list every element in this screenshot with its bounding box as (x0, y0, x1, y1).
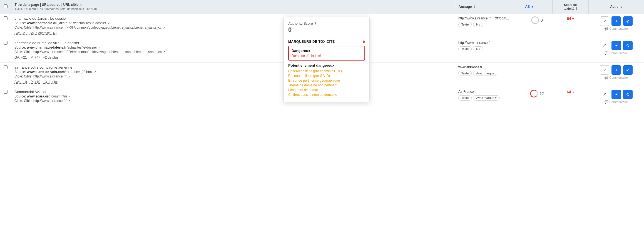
as-sort-icon[interactable]: ▼ (531, 5, 534, 8)
badge-group: TexteNu (458, 22, 518, 27)
red-dot-icon (363, 41, 365, 43)
source-link-icon[interactable]: ↗ (68, 95, 71, 98)
page-cell: Commercial Aviation Source: www.scara.or… (11, 87, 455, 107)
disallow-button[interactable]: ⊘ (623, 41, 633, 50)
as-circle-icon (530, 90, 538, 97)
select-all-checkbox[interactable] (4, 4, 8, 8)
popup-section-title: MARQUEURS DE TOXICITÉ (288, 40, 365, 44)
row-checkbox[interactable] (4, 41, 8, 45)
anchor-url: Air France (458, 90, 518, 94)
export-button[interactable]: ↗ (600, 16, 609, 26)
toxicity-info-icon[interactable]: ℹ (576, 7, 577, 10)
page-cell: pharmacie de l'Hotel de ville : Le dossi… (11, 38, 455, 62)
comment-link[interactable]: 💬 Commentaire (592, 76, 641, 79)
page-col-title: Titre de la page | URL source | URL cibl… (15, 3, 79, 7)
comment-link[interactable]: 💬 Commentaire (592, 27, 641, 31)
anchor-url: www.airfrance.fr (458, 65, 518, 69)
select-all-header (0, 0, 11, 14)
badge[interactable]: Avec marque (473, 71, 497, 76)
as-label: AS (525, 5, 530, 9)
anchor-cell: www.airfrance.fr TexteAvec marque (455, 62, 522, 87)
export-button[interactable]: ↗ (600, 65, 609, 75)
row-checkbox[interactable] (4, 16, 8, 20)
badge-group: TexteAvec marque ▾ (458, 95, 518, 101)
export-button[interactable]: ↗ (600, 90, 609, 99)
score-line1: Score de (564, 3, 577, 6)
target-link-icon[interactable]: ↗ (68, 99, 70, 102)
page-column-header: Titre de la page | URL source | URL cibl… (11, 0, 455, 14)
potential-list-item: Erreur de pertinence géographique (288, 79, 365, 82)
comment-link[interactable]: 💬 Commentaire (592, 51, 641, 55)
meta-item[interactable]: Sous-chemin: +43 (29, 31, 56, 35)
toxicity-column-header: Score de toxicité ℹ (552, 0, 588, 14)
toxicity-cell (552, 38, 588, 62)
send-button[interactable]: ✈ (611, 16, 621, 26)
potential-title: Potentiellement dangereux (288, 63, 365, 67)
source-link-icon[interactable]: ↗ (94, 71, 96, 74)
badge: Nu (473, 46, 483, 51)
anchor-cell: http://www.airfrance.fr/FR/fr/com... Tex… (455, 14, 522, 38)
page-col-subtitle: 1 301-1 400 sur 1 749 domaines (total de… (15, 7, 452, 11)
meta-item[interactable]: +3 de plus (43, 80, 59, 84)
meta-item[interactable]: GA: +10 (14, 80, 27, 84)
popup-as-value: 0 (288, 26, 365, 33)
toxicity-score[interactable]: 64 ▾ (567, 16, 574, 21)
source-url: Source: www.pharmacie-laferte.fr/actuali… (14, 46, 452, 49)
popup-as-info-icon[interactable]: ℹ (315, 22, 316, 25)
page-meta: GA: +21IP: +47+2 de plus (14, 56, 452, 59)
export-button[interactable]: ↗ (600, 41, 609, 50)
as-value: 12 (539, 91, 544, 96)
comment-link[interactable]: 💬 Commentaire (592, 100, 641, 104)
meta-item[interactable]: IP: +10 (29, 80, 40, 84)
send-button[interactable]: ✈ (611, 41, 621, 50)
badge-group: TexteNu (458, 46, 518, 51)
source-url: Source: www.pharmacie-du-jardin-63.fr/ac… (14, 21, 452, 25)
meta-item[interactable]: IP: +47 (29, 56, 40, 59)
toxicity-score[interactable]: 64 ▾ (567, 90, 574, 94)
source-url: Source: www.plans-de-vols.com/air-france… (14, 70, 452, 74)
badge[interactable]: Avec marque ▾ (473, 95, 500, 101)
popup-as-label: Authority Score ℹ (288, 21, 365, 26)
score-line2: toxicité (564, 7, 575, 10)
target-url: Cible: Cible: http://www.airfrance.fr/FR… (14, 26, 452, 29)
page-title: air france votre compagnie aérienne (14, 65, 452, 69)
row-checkbox[interactable] (4, 65, 8, 69)
meta-item[interactable]: GA: +21 (14, 31, 27, 35)
disallow-button[interactable]: ⊘ (623, 16, 633, 26)
target-url: Cible: Cible: http://www.airfrance.fr/ ↗ (14, 74, 452, 78)
disallow-button[interactable]: ⊘ (623, 65, 633, 75)
row-checkbox[interactable] (4, 90, 8, 94)
badge: Texte (458, 71, 472, 76)
source-link-icon[interactable]: ↗ (108, 22, 110, 25)
info-icon[interactable]: ℹ (80, 3, 81, 6)
disallow-button[interactable]: ⊘ (623, 90, 633, 99)
badge: Nu (473, 22, 483, 27)
as-cell (522, 38, 552, 62)
page-meta: GA: +10IP: +10+3 de plus (14, 80, 452, 84)
target-link-icon[interactable]: ↗ (163, 26, 165, 29)
danger-box: Dangereux Domaine désindexé (288, 46, 365, 61)
target-link-icon[interactable]: ↗ (68, 75, 70, 78)
as-cell: 0 (522, 14, 552, 38)
actions-label: Actions (610, 5, 622, 9)
actions-cell: ↗ ✈ ⊘ 💬 Commentaire (588, 38, 644, 62)
popup-card: Authority Score ℹ 0 MARQUEURS DE TOXICIT… (284, 17, 370, 102)
potential-list-item: Thème de domaine non pertinent (288, 83, 365, 87)
anchor-column-header: Ancrage ℹ (455, 0, 522, 14)
as-cell: 12 (522, 87, 552, 107)
meta-item[interactable]: GA: +21 (14, 56, 27, 59)
meta-item[interactable]: +2 de plus (43, 56, 59, 59)
source-link-icon[interactable]: ↗ (98, 46, 101, 49)
send-button[interactable]: ✈ (611, 65, 621, 75)
send-button[interactable]: ✈ (611, 90, 621, 99)
anchor-info-icon[interactable]: ℹ (474, 5, 475, 8)
toxicity-cell (552, 62, 588, 87)
badge: Texte (458, 46, 472, 51)
toxicity-cell: 64 ▾ (552, 14, 588, 38)
page-title: pharmacie de l'Hotel de ville : Le dossi… (14, 41, 452, 45)
danger-title: Dangereux (292, 49, 362, 53)
actions-cell: ↗ ✈ ⊘ 💬 Commentaire (588, 14, 644, 38)
target-link-icon[interactable]: ↗ (163, 51, 165, 54)
anchor-cell: http://www.airfrance.f TexteNu (455, 38, 522, 62)
badge: Texte (458, 22, 472, 27)
